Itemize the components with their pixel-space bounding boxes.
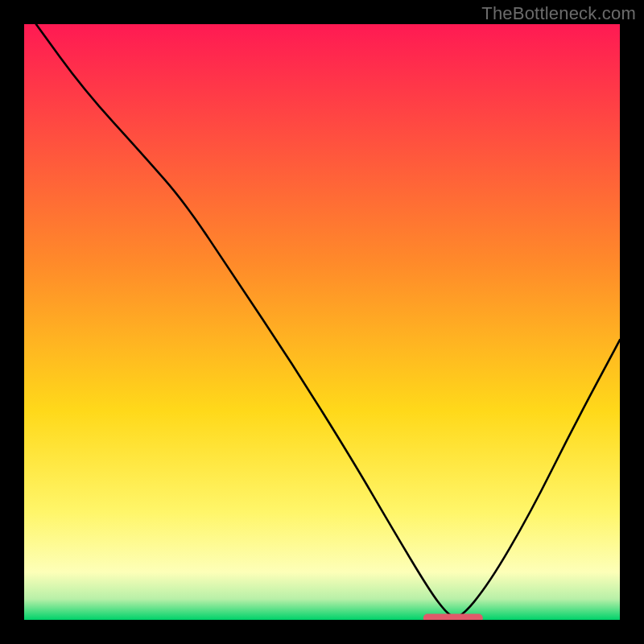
- bottleneck-chart: [24, 24, 620, 620]
- chart-container: TheBottleneck.com: [0, 0, 644, 644]
- optimal-range-marker: [423, 614, 483, 620]
- watermark-text: TheBottleneck.com: [481, 3, 636, 24]
- heatmap-background: [24, 24, 620, 620]
